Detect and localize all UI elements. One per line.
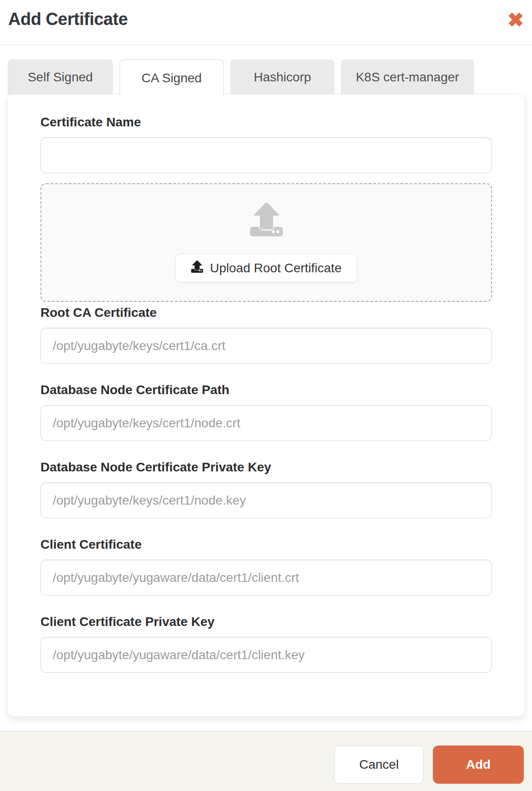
tab-bar: Self Signed CA Signed Hashicorp K8S cert…: [8, 60, 532, 95]
tab-self-signed[interactable]: Self Signed: [8, 60, 113, 95]
ca-signed-form-panel: Certificate Name Upload Ro: [8, 95, 524, 716]
db-node-certificate-private-key-label: Database Node Certificate Private Key: [40, 461, 492, 474]
upload-root-certificate-button[interactable]: Upload Root Certificate: [175, 254, 357, 283]
db-node-certificate-path-label: Database Node Certificate Path: [40, 384, 492, 396]
close-button[interactable]: [508, 12, 523, 27]
root-certificate-dropzone[interactable]: Upload Root Certificate: [40, 183, 492, 302]
db-node-certificate-private-key-input[interactable]: [40, 482, 492, 518]
tab-ca-signed[interactable]: CA Signed: [120, 60, 224, 96]
root-ca-certificate-input[interactable]: [40, 328, 492, 364]
upload-icon: [191, 260, 203, 276]
upload-tray-icon: [250, 203, 283, 236]
cancel-button[interactable]: Cancel: [334, 746, 424, 784]
tab-hashicorp[interactable]: Hashicorp: [231, 60, 334, 95]
certificate-name-input[interactable]: [40, 137, 492, 173]
tab-label: K8S cert-manager: [356, 70, 459, 85]
certificate-name-label: Certificate Name: [40, 116, 492, 129]
upload-button-label: Upload Root Certificate: [210, 261, 341, 275]
close-icon: [508, 22, 523, 29]
tab-k8s-cert-manager[interactable]: K8S cert-manager: [341, 60, 474, 95]
modal-header: Add Certificate: [0, 0, 532, 45]
client-certificate-private-key-label: Client Certificate Private Key: [40, 616, 492, 628]
tab-label: CA Signed: [141, 71, 201, 85]
modal-title: Add Certificate: [8, 10, 128, 29]
tab-label: Self Signed: [28, 70, 93, 85]
root-ca-certificate-label: Root CA Certificate: [40, 306, 492, 319]
client-certificate-label: Client Certificate: [40, 538, 492, 551]
modal-footer: Cancel Add: [0, 731, 532, 791]
client-certificate-input[interactable]: [40, 560, 492, 596]
db-node-certificate-path-input[interactable]: [40, 405, 492, 441]
client-certificate-private-key-input[interactable]: [40, 637, 492, 673]
tab-label: Hashicorp: [254, 70, 311, 85]
add-button[interactable]: Add: [433, 746, 524, 784]
